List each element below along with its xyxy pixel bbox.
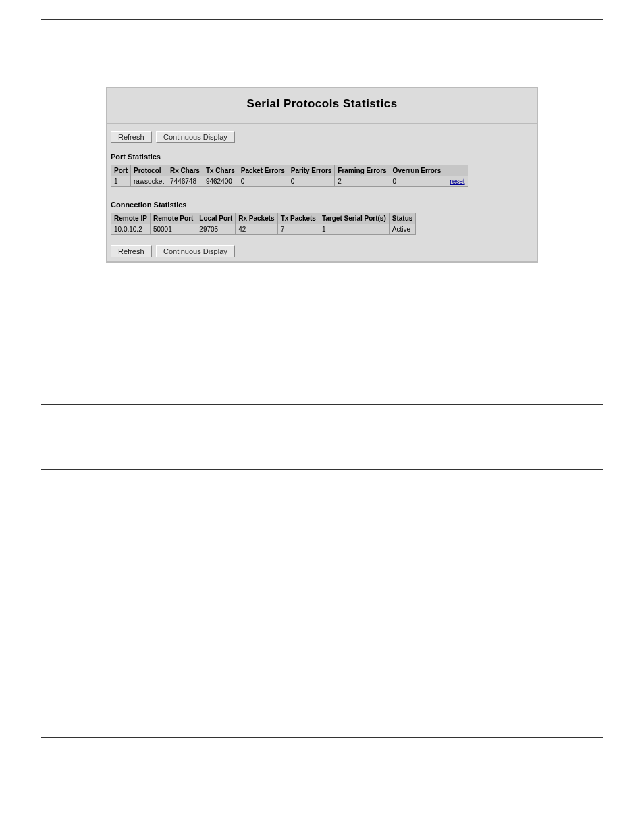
- col-reset: [444, 165, 468, 176]
- col-overrun-errors: Overrun Errors: [390, 165, 444, 176]
- connection-statistics-heading: Connection Statistics: [107, 194, 537, 213]
- col-rx-chars: Rx Chars: [167, 165, 203, 176]
- cell-remote-port: 50001: [150, 224, 196, 235]
- col-framing-errors: Framing Errors: [335, 165, 390, 176]
- cell-parity-errors: 0: [288, 176, 335, 187]
- panel-body: Refresh Continuous Display Port Statisti…: [107, 123, 537, 261]
- col-tx-chars: Tx Chars: [203, 165, 238, 176]
- continuous-display-button[interactable]: Continuous Display: [156, 131, 235, 143]
- col-protocol: Protocol: [131, 165, 167, 176]
- col-remote-port: Remote Port: [150, 213, 196, 224]
- cell-tx-packets: 7: [277, 224, 319, 235]
- cell-status: Active: [389, 224, 416, 235]
- cell-protocol: rawsocket: [131, 176, 167, 187]
- cell-packet-errors: 0: [238, 176, 288, 187]
- refresh-button[interactable]: Refresh: [111, 245, 152, 257]
- col-status: Status: [389, 213, 416, 224]
- cell-remote-ip: 10.0.10.2: [111, 224, 151, 235]
- lower-divider: [41, 469, 603, 470]
- cell-overrun-errors: 0: [390, 176, 444, 187]
- port-statistics-table: Port Protocol Rx Chars Tx Chars Packet E…: [111, 165, 468, 187]
- col-local-port: Local Port: [196, 213, 236, 224]
- col-port: Port: [111, 165, 131, 176]
- cell-rx-packets: 42: [236, 224, 277, 235]
- refresh-button[interactable]: Refresh: [111, 131, 152, 143]
- button-row-bottom: Refresh Continuous Display: [107, 242, 537, 260]
- cell-reset: reset: [444, 176, 468, 187]
- table-row: 1 rawsocket 7446748 9462400 0 0 2 0 rese…: [111, 176, 468, 187]
- cell-local-port: 29705: [196, 224, 236, 235]
- reset-link[interactable]: reset: [447, 178, 464, 185]
- port-statistics-heading: Port Statistics: [107, 146, 537, 165]
- cell-rx-chars: 7446748: [167, 176, 203, 187]
- button-row-top: Refresh Continuous Display: [107, 128, 537, 146]
- connection-statistics-table: Remote IP Remote Port Local Port Rx Pack…: [111, 213, 416, 235]
- top-divider: [41, 19, 603, 20]
- panel-title: Serial Protocols Statistics: [107, 88, 537, 123]
- col-remote-ip: Remote IP: [111, 213, 151, 224]
- panel-bottom-border: [107, 261, 537, 263]
- table-row: 10.0.10.2 50001 29705 42 7 1 Active: [111, 224, 416, 235]
- col-packet-errors: Packet Errors: [238, 165, 288, 176]
- footer-divider: [41, 737, 603, 738]
- table-header-row: Port Protocol Rx Chars Tx Chars Packet E…: [111, 165, 468, 176]
- cell-tx-chars: 9462400: [203, 176, 238, 187]
- serial-protocols-panel: Serial Protocols Statistics Refresh Cont…: [106, 87, 538, 263]
- col-parity-errors: Parity Errors: [288, 165, 335, 176]
- col-rx-packets: Rx Packets: [236, 213, 277, 224]
- cell-port: 1: [111, 176, 131, 187]
- continuous-display-button[interactable]: Continuous Display: [156, 245, 235, 257]
- table-header-row: Remote IP Remote Port Local Port Rx Pack…: [111, 213, 416, 224]
- col-target-serial: Target Serial Port(s): [319, 213, 389, 224]
- cell-target-serial: 1: [319, 224, 389, 235]
- cell-framing-errors: 2: [335, 176, 390, 187]
- col-tx-packets: Tx Packets: [277, 213, 319, 224]
- mid-divider: [41, 404, 603, 405]
